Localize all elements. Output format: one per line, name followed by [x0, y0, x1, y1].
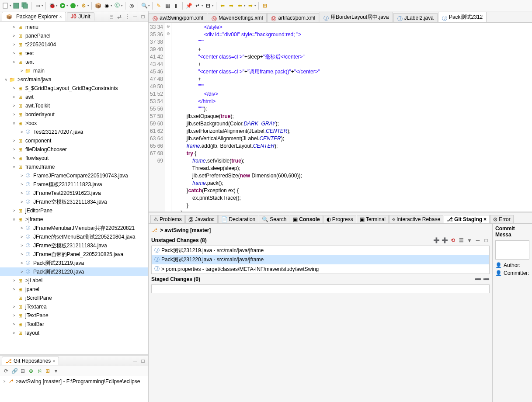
save-all-icon[interactable]	[21, 2, 29, 10]
expand-icon[interactable]: >	[19, 252, 24, 256]
expand-icon[interactable]: >	[19, 226, 24, 230]
expand-icon[interactable]: >	[11, 60, 17, 64]
tree-item[interactable]: >ⒿJFrame空模板2312111834.java	[0, 198, 148, 206]
tree-item[interactable]: >⊞flowlayout	[0, 154, 148, 163]
tree-item[interactable]: >📁main	[0, 66, 148, 75]
expand-icon[interactable]: >	[11, 112, 17, 117]
refresh-icon[interactable]: ⟳	[3, 367, 10, 374]
tree-item[interactable]: >ⒿFrameJFrameCompare2205190743.java	[0, 171, 148, 180]
view-menu-icon[interactable]: ⋮	[124, 13, 131, 20]
expand-icon[interactable]: >	[11, 104, 17, 108]
maximize-icon[interactable]: □	[139, 357, 146, 364]
more-icon[interactable]: ▾	[52, 367, 59, 374]
minimize-icon[interactable]: ─	[132, 357, 139, 364]
link-editor-icon[interactable]: ⇄	[116, 13, 123, 20]
close-icon[interactable]: ×	[483, 216, 487, 222]
toggle-breadcrumb-icon[interactable]: ▭	[34, 2, 42, 10]
expand-icon[interactable]: >	[19, 191, 24, 195]
show-whitespace-icon[interactable]: ⫿	[172, 2, 180, 10]
expand-icon[interactable]: >	[11, 322, 17, 326]
presentation-icon[interactable]: ☰	[458, 237, 465, 244]
tree-item[interactable]: v⊞> jframe	[0, 215, 148, 224]
tree-item[interactable]: >ⒿJFrame的setMenuBar测试2205220804.java	[0, 232, 148, 241]
editor-tab[interactable]: Ⓙ用BorderLayout居中.java	[320, 12, 393, 22]
tree-item[interactable]: >ⒿJFrameTest2205191623.java	[0, 189, 148, 198]
bottom-tab-error[interactable]: ⊘Error	[490, 215, 514, 223]
expand-icon[interactable]: >	[19, 130, 24, 134]
expand-icon[interactable]: >	[11, 305, 17, 309]
bottom-tab-search[interactable]: 🔍Search	[259, 215, 289, 223]
expand-icon[interactable]: >	[11, 287, 17, 291]
tree-item[interactable]: >⊞jTextarea	[0, 302, 148, 311]
tree-item[interactable]: >⊞borderlayout	[0, 110, 148, 119]
tree-item[interactable]: >⊞> jLabel	[0, 276, 148, 285]
bottom-tab-terminal[interactable]: ▣Terminal	[357, 215, 389, 223]
expand-icon[interactable]: >	[11, 95, 17, 99]
block-select-icon[interactable]: ▦	[163, 2, 171, 10]
tree-item[interactable]: v⊞frameJframe	[0, 163, 148, 171]
bottom-tab-declaration[interactable]: 📄Declaration	[218, 215, 259, 223]
replace-icon[interactable]: ⟲	[449, 237, 456, 244]
expand-icon[interactable]: >	[11, 208, 17, 213]
run-last-icon[interactable]: ⚙	[80, 2, 87, 10]
save-icon[interactable]	[12, 2, 20, 10]
toggle-mark-icon[interactable]: ✎	[155, 2, 163, 10]
unstage-all-icon[interactable]: ➖	[483, 276, 490, 283]
tree-item[interactable]: >⊞menu	[0, 23, 148, 31]
collapse-all-icon[interactable]: ⊟	[108, 13, 115, 20]
link-icon[interactable]: 🔗	[11, 367, 18, 374]
code-area[interactable]: </style> <div id="div00l" style="backgro…	[171, 23, 532, 211]
perspective-icon[interactable]: ⊞	[261, 2, 269, 10]
stage-icon[interactable]: ➕	[433, 237, 440, 244]
expand-icon[interactable]: >	[11, 147, 17, 152]
expand-icon[interactable]: >	[19, 200, 24, 204]
editor-tab[interactable]: ⓂMavenSettings.xml	[208, 13, 267, 22]
staged-changes-list[interactable]	[151, 284, 490, 293]
git-repo-item[interactable]: > ⎇ > awtSwing [master] - F:\Programming…	[0, 377, 148, 386]
tree-item[interactable]: >⊞awt	[0, 93, 148, 101]
expand-icon[interactable]: >	[19, 261, 24, 265]
tree-item[interactable]: >⊞layout	[0, 329, 148, 337]
back-icon[interactable]: ⬅	[219, 2, 226, 10]
sort-icon[interactable]: ▾	[466, 237, 473, 244]
new-icon[interactable]	[2, 2, 10, 10]
bottom-tab-interactive-rebase[interactable]: ⎆Interactive Rebase	[389, 215, 443, 223]
unstage-icon[interactable]: ➖	[474, 276, 481, 283]
expand-icon[interactable]: v	[3, 77, 9, 82]
expand-icon[interactable]: >	[11, 86, 17, 90]
tree-item[interactable]: >⊞jTextPane	[0, 311, 148, 320]
bottom-tab-problems[interactable]: ⚠Problems	[150, 215, 185, 223]
run-icon[interactable]	[59, 2, 66, 10]
tree-item[interactable]: >⊞component	[0, 136, 148, 145]
fold-gutter[interactable]: ⊖ ⊖	[165, 23, 171, 211]
tree-item[interactable]: >ⒿJFrameMenubarJMenubar共存2205220821	[0, 224, 148, 232]
unstaged-change-row[interactable]: Ⓙ> pom.properties - target/classes/META-…	[152, 264, 489, 274]
tree-item[interactable]: >⊞awt.Toolkit	[0, 101, 148, 110]
tree-item[interactable]: >ⒿJFrame空模板2312111834.java	[0, 241, 148, 250]
editor-tab[interactable]: ⓂawtSwing/pom.xml	[149, 13, 207, 22]
expand-icon[interactable]: >	[19, 270, 24, 274]
tree-item[interactable]: >⊞test	[0, 49, 148, 58]
tree-item[interactable]: >⊞jToolBar	[0, 320, 148, 329]
new-class-icon[interactable]: Ⓒ	[113, 2, 121, 10]
annotation-icon[interactable]: ⊟	[204, 2, 212, 10]
tab-junit[interactable]: Jῠ JUnit	[67, 12, 94, 21]
bottom-tab-progress[interactable]: ◐Progress	[323, 215, 356, 223]
bottom-tab-git-staging[interactable]: ⎇Git Staging×	[444, 215, 490, 223]
tree-item[interactable]: >⊞text	[0, 58, 148, 66]
expand-icon[interactable]: >	[11, 25, 17, 29]
expand-icon[interactable]: >	[19, 243, 24, 248]
tree-item[interactable]: >ⒿPack测试231219.java	[0, 259, 148, 267]
open-type-icon[interactable]: ◎	[128, 2, 136, 10]
tree-item[interactable]: >⊞jEditorPane	[0, 206, 148, 215]
collapse-icon[interactable]: ⊟	[19, 367, 26, 374]
max-icon[interactable]: □	[483, 237, 490, 244]
maximize-icon[interactable]: □	[139, 13, 146, 20]
minimize-icon[interactable]: ─	[132, 13, 139, 20]
tree-item[interactable]: v⊞> box	[0, 119, 148, 128]
close-icon[interactable]: ×	[59, 14, 62, 19]
bottom-tab-console[interactable]: ▣Console	[290, 215, 323, 223]
min-icon[interactable]: ─	[474, 237, 481, 244]
expand-icon[interactable]: >	[19, 69, 24, 73]
tree-item[interactable]: v📁> src/main/java	[0, 75, 148, 84]
